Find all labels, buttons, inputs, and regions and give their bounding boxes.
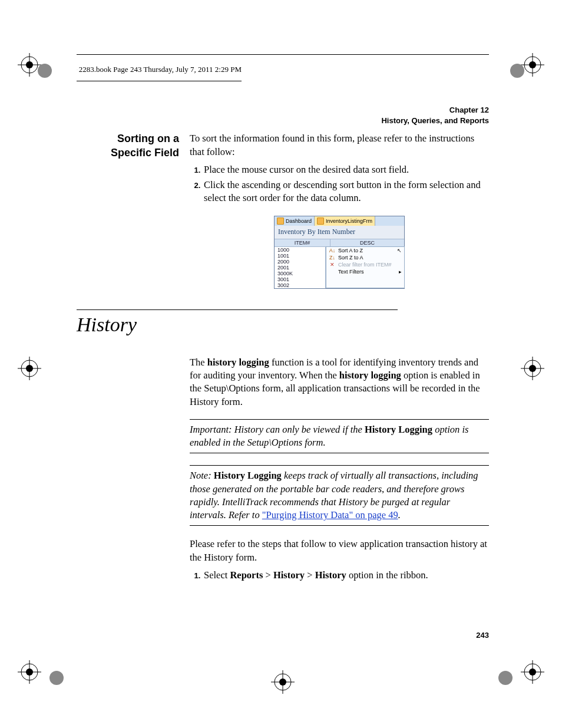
steps-list-2: Select Reports > History > History optio… xyxy=(190,569,489,582)
text: Select xyxy=(204,569,230,581)
section-title: History xyxy=(77,314,489,336)
text: > xyxy=(305,569,315,581)
fig-item-row: 3001 xyxy=(275,276,325,282)
menu-sort-za: Sort Z to A xyxy=(338,255,363,261)
crop-mark-ml xyxy=(18,357,41,380)
text: option in the ribbon. xyxy=(346,569,428,581)
text-bold: History Logging xyxy=(214,470,282,481)
callout-label: Important: xyxy=(190,424,234,435)
crop-mark-mr xyxy=(521,357,544,380)
fig-col-item: ITEM# xyxy=(275,239,330,246)
fig-tab-inventory: InventoryListingFrm xyxy=(315,216,375,226)
fig-item-row: 3002 xyxy=(275,282,325,288)
svg-point-27 xyxy=(498,671,513,685)
text-bold: history logging xyxy=(207,357,269,368)
crop-mark-tl2 xyxy=(33,59,57,83)
history-paragraph: The history logging function is a tool f… xyxy=(190,356,489,409)
svg-point-3 xyxy=(26,61,33,68)
chapter-number: Chapter 12 xyxy=(77,105,489,116)
menu-clear-filter: Clear filter from ITEM# xyxy=(338,262,392,268)
steps-list: Place the mouse cursor on the desired da… xyxy=(190,163,489,205)
text-bold: History xyxy=(273,569,305,581)
text-bold: history logging xyxy=(339,370,401,381)
fig-item-row: 3000K xyxy=(275,271,325,276)
svg-point-17 xyxy=(529,365,536,372)
book-icon xyxy=(77,62,78,76)
svg-point-21 xyxy=(26,668,33,676)
intro-paragraph: To sort the information found in this fo… xyxy=(190,132,489,159)
text: > xyxy=(263,569,273,581)
crop-mark-tr2 xyxy=(505,59,529,83)
section-rule xyxy=(77,309,398,310)
fig-item-row: 1000 xyxy=(275,247,325,253)
fig-sort-menu: A↓Sort A to Z↖ Z↓Sort Z to A ✕Clear filt… xyxy=(326,246,405,288)
step-item: Select Reports > History > History optio… xyxy=(203,569,489,582)
svg-point-9 xyxy=(510,64,524,78)
svg-point-4 xyxy=(38,64,52,78)
submenu-arrow-icon: ▸ xyxy=(399,269,402,275)
chapter-header: Chapter 12 History, Queries, and Reports xyxy=(77,105,489,126)
sort-asc-icon: A↓ xyxy=(329,248,336,253)
form-icon xyxy=(317,218,324,225)
crop-mark-bc xyxy=(271,670,295,694)
crop-mark-br xyxy=(521,660,544,684)
page-content: 2283.book Page 243 Thursday, July 7, 201… xyxy=(77,59,489,592)
text-bold: History xyxy=(315,569,346,581)
fig-item-row: 2000 xyxy=(275,259,325,265)
step-item: Click the ascending or descending sort b… xyxy=(203,179,489,205)
fig-tab-dashboard: Dashboard xyxy=(275,216,315,226)
paragraph: Please refer to the steps that follow to… xyxy=(190,538,489,564)
important-callout: Important: History can only be viewed if… xyxy=(190,419,489,454)
step-item: Place the mouse cursor on the desired da… xyxy=(203,163,489,176)
side-heading: Sorting on a Specific Field xyxy=(77,132,190,160)
running-header: 2283.book Page 243 Thursday, July 7, 201… xyxy=(77,59,242,81)
fig-title: Inventory By Item Number xyxy=(275,226,404,239)
screenshot-figure: Dashboard InventoryListingFrm Inventory … xyxy=(190,216,489,289)
fig-tab-label: InventoryListingFrm xyxy=(326,218,372,224)
text-italic: History can only be viewed if the xyxy=(234,424,365,435)
running-header-text: 2283.book Page 243 Thursday, July 7, 201… xyxy=(79,59,242,74)
svg-point-22 xyxy=(49,671,64,685)
clear-filter-icon: ✕ xyxy=(329,262,336,268)
cursor-icon: ↖ xyxy=(397,248,402,253)
svg-point-13 xyxy=(26,365,33,372)
fig-col-desc: DESC xyxy=(330,239,404,246)
svg-point-31 xyxy=(279,678,286,686)
sort-desc-icon: Z↓ xyxy=(329,255,336,261)
fig-tab-label: Dashboard xyxy=(286,218,312,224)
crop-mark-br2 xyxy=(494,666,517,690)
fig-item-row: 2001 xyxy=(275,265,325,271)
svg-point-26 xyxy=(529,668,536,676)
text: The xyxy=(190,357,207,368)
chapter-title: History, Queries, and Reports xyxy=(77,116,489,126)
crop-mark-bl2 xyxy=(45,666,68,690)
text-bold: Reports xyxy=(230,569,263,581)
text-bold: History Logging xyxy=(365,424,432,435)
page-number: 243 xyxy=(476,631,489,640)
crop-mark-bl xyxy=(18,660,41,684)
callout-label: Note: xyxy=(190,470,214,481)
cross-reference-link[interactable]: "Purging History Data" on page 49 xyxy=(262,509,398,521)
menu-sort-az: Sort A to Z xyxy=(338,248,363,253)
menu-text-filters: Text Filters xyxy=(338,269,364,275)
text-italic: . xyxy=(398,509,401,521)
fig-item-row: 1001 xyxy=(275,253,325,259)
svg-point-8 xyxy=(529,61,536,68)
note-callout: Note: History Logging keeps track of vir… xyxy=(190,465,489,526)
form-icon xyxy=(277,218,284,225)
